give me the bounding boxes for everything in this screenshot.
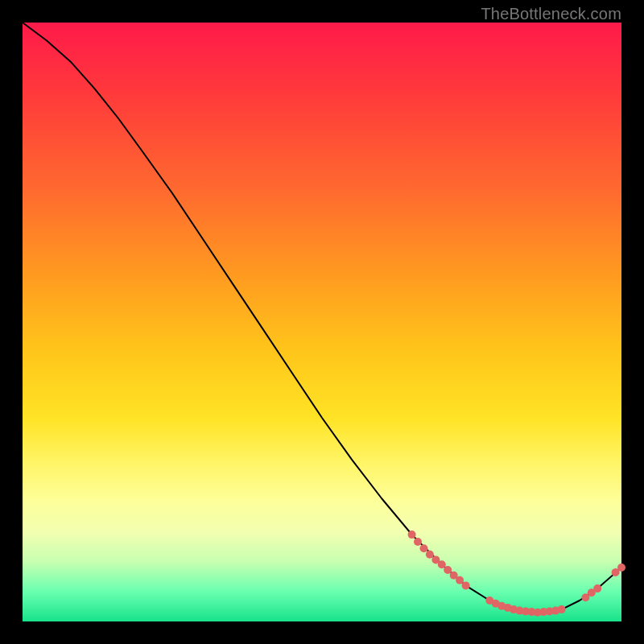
data-dot [462,581,470,589]
data-dot [420,544,428,552]
data-dot [456,576,464,584]
curve-line [23,23,621,613]
data-dot [593,584,601,592]
data-dot [558,605,566,613]
data-dot [438,560,446,568]
data-dot [426,551,434,559]
data-dot [444,566,452,574]
data-dots-group [408,530,625,617]
plot-area [23,23,621,621]
data-dot [408,530,416,539]
watermark-text: TheBottleneck.com [481,5,621,23]
chart-frame: TheBottleneck.com [0,0,644,644]
chart-svg [23,23,621,621]
data-dot [414,538,422,546]
data-dot [617,564,625,572]
